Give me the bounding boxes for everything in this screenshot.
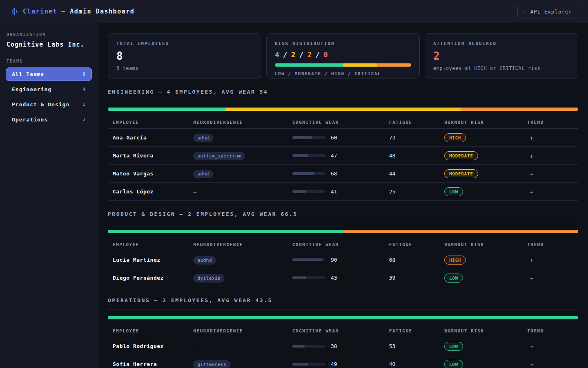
neurodivergence-cell: — — [193, 188, 292, 195]
column-header-burnout-risk: BURNOUT RISK — [444, 242, 527, 247]
risk-badge: LOW — [444, 274, 463, 283]
risk-badge: LOW — [444, 342, 463, 351]
wear-value: 47 — [331, 153, 337, 159]
table-row[interactable]: Pablo Rodríguez — 38 53 LOW → — [108, 337, 578, 355]
sidebar-item-operations[interactable]: Operations 2 — [6, 113, 92, 126]
fatigue-value: 68 — [389, 257, 444, 263]
sidebar-item-engineering[interactable]: Engineering 4 — [6, 83, 92, 96]
team-risk-bar — [108, 230, 578, 233]
bar-segment — [225, 108, 461, 111]
risk-badge: LOW — [444, 360, 463, 368]
column-header-neurodivergence: NEURODIVERGENCE — [193, 328, 292, 334]
fatigue-value: 44 — [389, 171, 444, 177]
employee-name: Lucía Martínez — [113, 257, 193, 263]
trend-arrow-icon: ↑ — [527, 135, 573, 141]
burnout-risk-cell: MODERATE — [444, 151, 527, 160]
neurodivergence-cell: adhd — [193, 133, 292, 142]
neurodivergence-cell: audhd — [193, 256, 292, 265]
cognitive-wear-cell: 68 — [292, 171, 389, 177]
attention-required-text: employees at HIGH or CRITICAL risk — [433, 65, 570, 71]
employee-name: Mateo Vargas — [113, 171, 193, 177]
trend-arrow-icon: → — [527, 275, 573, 281]
wear-value: 49 — [331, 361, 337, 367]
team-section-product-design: PRODUCT & DESIGN — 2 EMPLOYEES, AVG WEAR… — [108, 211, 578, 287]
risk-count-separator: / — [283, 50, 287, 59]
wear-bar-fill — [292, 136, 312, 139]
column-header-fatigue: FATIGUE — [389, 120, 444, 125]
total-employees-card: TOTAL EMPLOYEES 8 3 teams — [108, 33, 261, 79]
risk-distribution-card: RISK DISTRIBUTION 4/2/2/0 LOW / MODERATE… — [266, 33, 420, 79]
neurodivergence-cell: autism_spectrum — [193, 151, 292, 160]
app-brand: Clarinet — [23, 8, 57, 15]
table-header-row: EMPLOYEENEURODIVERGENCECOGNITIVE WEARFAT… — [108, 239, 578, 251]
column-header-employee: EMPLOYEE — [113, 120, 193, 125]
sidebar-item-count: 4 — [82, 87, 86, 92]
trend-arrow-icon: ↓ — [527, 153, 573, 159]
wear-bar-track — [292, 172, 325, 175]
risk-badge: MODERATE — [444, 151, 478, 160]
column-header-fatigue: FATIGUE — [389, 242, 444, 247]
table-row[interactable]: Lucía Martínez audhd 90 68 HIGH ↑ — [108, 251, 578, 269]
table-row[interactable]: Ana García adhd 60 73 HIGH ↑ — [108, 129, 578, 147]
bar-segment — [461, 108, 578, 111]
employee-name: Carlos López — [113, 188, 193, 195]
column-header-burnout-risk: BURNOUT RISK — [444, 328, 527, 334]
table-row[interactable]: Mateo Vargas adhd 68 44 MODERATE → — [108, 165, 578, 183]
cognitive-wear-cell: 60 — [292, 135, 389, 141]
neurodivergence-tag: giftedness — [193, 360, 230, 368]
sidebar-item-label: Product & Design — [12, 101, 69, 108]
wear-value: 90 — [331, 257, 337, 263]
cognitive-wear-cell: 47 — [292, 153, 389, 159]
risk-legend: LOW / MODERATE / HIGH / CRITICAL — [275, 71, 411, 76]
risk-count: 4 — [275, 50, 279, 59]
table-row[interactable]: Carlos López — 41 25 LOW → — [108, 183, 578, 201]
sidebar-item-all-teams[interactable]: All Teams 8 — [6, 67, 92, 81]
column-header-cognitive-wear: COGNITIVE WEAR — [292, 120, 389, 125]
neurodivergence-tag: adhd — [193, 134, 213, 142]
sidebar-item-count: 2 — [82, 117, 86, 122]
wear-value: 38 — [331, 343, 337, 349]
stats-row: TOTAL EMPLOYEES 8 3 teams RISK DISTRIBUT… — [108, 33, 578, 79]
bar-segment — [377, 63, 412, 67]
attention-required-value: 2 — [433, 50, 570, 62]
table-row[interactable]: Diego Fernández dyslexia 43 39 LOW → — [108, 269, 578, 287]
neurodivergence-empty: — — [193, 189, 196, 195]
team-risk-bar — [108, 316, 578, 319]
wear-bar-track — [292, 258, 325, 261]
column-header-neurodivergence: NEURODIVERGENCE — [193, 242, 292, 247]
neurodivergence-tag: dyslexia — [193, 274, 225, 283]
top-bar: Clarinet — Admin Dashboard ← API Explore… — [0, 0, 588, 23]
total-employees-value: 8 — [116, 50, 253, 62]
sidebar-item-count: 2 — [82, 102, 86, 107]
wear-bar-fill — [292, 363, 308, 366]
table-row[interactable]: Sofía Herrera giftedness 49 40 LOW → — [108, 355, 578, 368]
cognitive-wear-cell: 90 — [292, 257, 389, 263]
cognitive-wear-cell: 41 — [292, 188, 389, 195]
table-row[interactable]: Marta Rivera autism_spectrum 47 48 MODER… — [108, 147, 578, 165]
card-label: ATTENTION REQUIRED — [433, 41, 570, 46]
sidebar-item-product-design[interactable]: Product & Design 2 — [6, 98, 92, 111]
card-label: TOTAL EMPLOYEES — [116, 41, 253, 46]
risk-count-separator: / — [315, 50, 320, 59]
attention-required-card: ATTENTION REQUIRED 2 employees at HIGH o… — [425, 33, 578, 79]
fatigue-value: 39 — [389, 275, 444, 281]
column-header-trend: TREND — [527, 328, 573, 334]
api-explorer-button[interactable]: ← API Explorer — [517, 5, 578, 18]
wear-bar-track — [292, 276, 325, 279]
team-section-title: ENGINEERING — 4 EMPLOYEES, AVG WEAR 54 — [108, 89, 578, 101]
trend-arrow-icon: ↑ — [527, 257, 573, 263]
sidebar-item-label: Engineering — [12, 86, 51, 92]
risk-badge: MODERATE — [444, 169, 478, 178]
team-risk-bar — [108, 108, 578, 111]
employee-name: Marta Rivera — [113, 153, 193, 159]
employee-name: Ana García — [113, 135, 193, 141]
teams-count-text: 3 teams — [116, 65, 253, 71]
wear-bar-fill — [292, 190, 306, 193]
cognitive-wear-cell: 38 — [292, 343, 389, 349]
wear-bar-fill — [292, 154, 308, 157]
main-content: TOTAL EMPLOYEES 8 3 teams RISK DISTRIBUT… — [98, 23, 588, 368]
neurodivergence-cell: giftedness — [193, 360, 292, 368]
wear-value: 60 — [331, 135, 337, 141]
wear-bar-fill — [292, 276, 306, 279]
column-header-burnout-risk: BURNOUT RISK — [444, 120, 527, 125]
